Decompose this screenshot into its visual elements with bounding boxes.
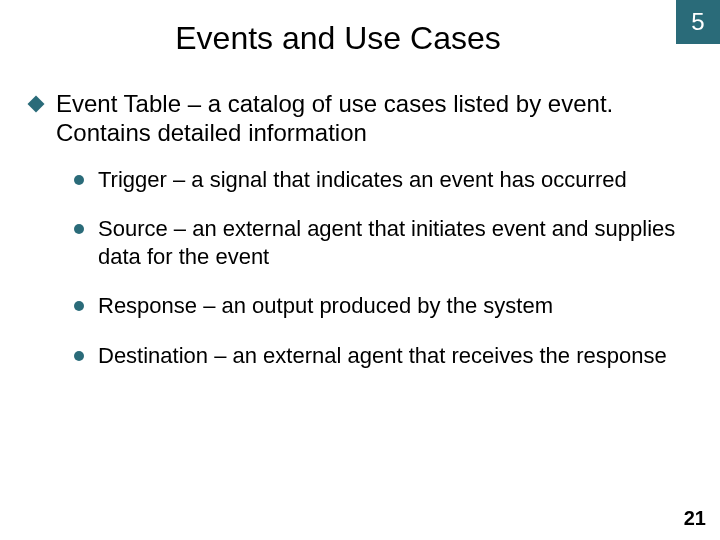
bullet-level1: Event Table – a catalog of use cases lis… (30, 90, 690, 148)
dot-icon (74, 224, 84, 234)
sub-point-text: Response – an output produced by the sys… (98, 292, 553, 320)
bullet-level2: Trigger – a signal that indicates an eve… (74, 166, 690, 194)
bullet-level2: Response – an output produced by the sys… (74, 292, 690, 320)
bullet-level2: Source – an external agent that initiate… (74, 215, 690, 270)
chapter-number-box: 5 (676, 0, 720, 44)
sub-point-text: Source – an external agent that initiate… (98, 215, 690, 270)
sub-bullets: Trigger – a signal that indicates an eve… (74, 166, 690, 370)
dot-icon (74, 301, 84, 311)
dot-icon (74, 175, 84, 185)
main-point-text: Event Table – a catalog of use cases lis… (56, 90, 690, 148)
slide-body: Event Table – a catalog of use cases lis… (30, 90, 690, 391)
dot-icon (74, 351, 84, 361)
chapter-number: 5 (691, 8, 704, 36)
sub-point-text: Trigger – a signal that indicates an eve… (98, 166, 627, 194)
bullet-level2: Destination – an external agent that rec… (74, 342, 690, 370)
page-number: 21 (684, 507, 706, 530)
sub-point-text: Destination – an external agent that rec… (98, 342, 667, 370)
diamond-icon (28, 96, 45, 113)
slide-title: Events and Use Cases (0, 20, 676, 57)
